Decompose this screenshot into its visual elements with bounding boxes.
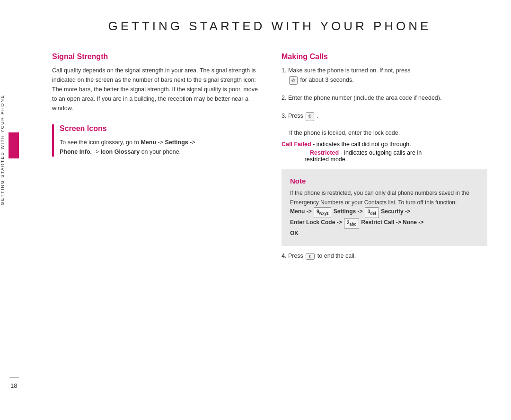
step1b-text: for about 3 seconds. [300,77,353,83]
columns: Signal Strength Call quality depends on … [52,52,487,260]
signal-strength-body: Call quality depends on the signal stren… [52,66,258,113]
screen-icons-section: Screen Icons To see the icon glossary, g… [52,124,258,157]
note-ok: OK [290,230,299,236]
call-failed-desc: - indicates the call did not go through. [313,141,411,148]
note-text: If the phone is restricted, you can only… [290,189,479,238]
send-key-icon: ✆ [289,76,298,85]
step3: 3. Press ✆ . [282,111,487,121]
step3-suffix: . [317,113,318,119]
page-number: 18 [10,382,17,389]
step2-num: 2. [282,95,288,101]
step3-num: 3. [282,113,288,119]
right-column: Making Calls 1. Make sure the phone is t… [282,52,487,260]
step4-suffix: to end the call. [317,253,356,259]
call-failed-label: Call Failed [282,141,311,148]
main-content: GETTING STARTED WITH YOUR PHONE Signal S… [28,0,511,420]
note-security: Security -> [381,208,410,215]
making-calls-section: Making Calls 1. Make sure the phone is t… [282,52,487,260]
step4-prefix: 4. Press [282,253,303,259]
sidebar: GETTING STARTED WITH YOUR PHONE 18 [0,0,28,420]
end-key-icon: 🕻 [306,253,315,260]
screen-icons-suffix: on your phone. [141,149,181,155]
send-icon: ✆ [288,77,300,83]
note-settings: Settings -> [334,208,363,215]
restricted-label: Restricted [310,149,339,156]
note-enter-lock: Enter Lock Code -> [290,219,342,226]
note-text1: If the phone is restricted, you can only… [290,190,469,206]
step2: 2. Enter the phone number (include the a… [282,93,487,103]
if-locked: If the phone is locked, enter the lock c… [289,130,487,136]
sidebar-line [9,377,19,377]
menu-label: Menu [141,139,156,146]
restricted-desc: - indicates outgoing calls are in restri… [282,149,422,163]
key-2abc: 2abc [344,218,359,229]
send-key-icon-2: ✆ [306,112,314,121]
icon-glossary-label: Icon Glossary [100,149,140,155]
signal-strength-heading: Signal Strength [52,52,258,61]
step1: 1. Make sure the phone is turned on. If … [282,66,487,85]
step4: 4. Press 🕻 to end the call. [282,253,487,260]
left-column: Signal Strength Call quality depends on … [52,52,258,260]
step3-prefix: Press [288,113,303,119]
screen-icons-body: To see the icon glossary, go to Menu -> … [60,138,258,157]
sidebar-text: GETTING STARTED WITH YOUR PHONE [0,95,19,205]
page-title: GETTING STARTED WITH YOUR PHONE [52,19,487,34]
key-3def: 3def [365,207,379,218]
screen-icons-heading: Screen Icons [60,124,258,133]
call-failed-line: Call Failed - indicates the call did not… [282,141,487,148]
note-box: Note If the phone is restricted, you can… [282,169,487,246]
note-menu: Menu -> [290,208,312,215]
note-restrict-call: Restrict Call -> None -> [361,219,423,226]
key-9wxyz: 9wxyz [314,207,331,218]
step2-text: Enter the phone number (include the area… [288,95,442,101]
step1-text: Make sure the phone is turned on. If not… [288,67,410,74]
note-heading: Note [290,177,479,185]
making-calls-heading: Making Calls [282,52,487,61]
restricted-line: Restricted - indicates outgoing calls ar… [282,149,487,163]
signal-strength-section: Signal Strength Call quality depends on … [52,52,258,113]
page-container: GETTING STARTED WITH YOUR PHONE 18 GETTI… [0,0,511,420]
settings-label: Settings [165,139,188,146]
step1-num: 1. [282,67,288,74]
phone-info-label: Phone Info. [60,149,92,155]
